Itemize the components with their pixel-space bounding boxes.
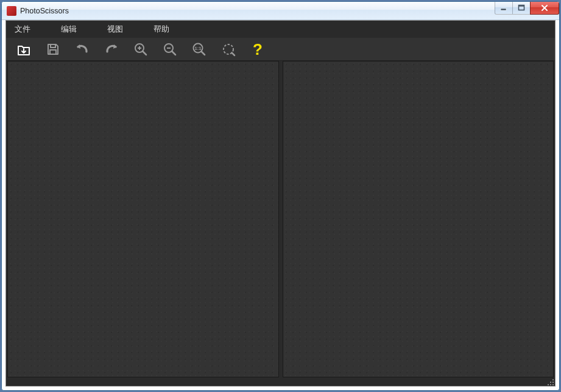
zoom-fit-button[interactable]: [221, 41, 236, 57]
zoom-out-button[interactable]: [162, 41, 178, 57]
window-controls: [495, 2, 559, 15]
redo-icon: [104, 42, 119, 57]
svg-rect-0: [501, 9, 506, 10]
zoom-actual-icon: 1:1: [192, 42, 206, 57]
window-frame: PhotoScissors 文件 编辑 视图 帮助: [1, 1, 560, 391]
save-icon: [46, 42, 60, 57]
app-body: 文件 编辑 视图 帮助: [5, 20, 556, 387]
maximize-button[interactable]: [512, 2, 531, 15]
open-button[interactable]: [16, 41, 32, 57]
zoom-actual-button[interactable]: 1:1: [191, 41, 207, 57]
menubar: 文件 编辑 视图 帮助: [6, 21, 555, 38]
svg-rect-4: [50, 50, 56, 54]
app-icon: [7, 6, 16, 16]
zoom-out-icon: [163, 42, 177, 57]
menu-file[interactable]: 文件: [15, 24, 30, 35]
svg-rect-3: [51, 44, 55, 47]
toolbar: 1:1 ?: [6, 38, 555, 61]
titlebar[interactable]: PhotoScissors: [2, 2, 559, 20]
svg-line-10: [172, 51, 175, 55]
close-button[interactable]: [530, 2, 559, 15]
redo-button[interactable]: [104, 41, 119, 57]
svg-text:1:1: 1:1: [195, 46, 202, 51]
help-button[interactable]: ?: [250, 41, 266, 57]
menu-help[interactable]: 帮助: [153, 24, 169, 35]
right-panel[interactable]: [283, 61, 554, 377]
zoom-in-button[interactable]: [133, 41, 149, 57]
svg-line-13: [202, 51, 205, 55]
help-icon: ?: [250, 41, 265, 57]
window-title: PhotoScissors: [20, 7, 69, 15]
svg-line-16: [232, 52, 235, 55]
svg-text:?: ?: [253, 40, 263, 58]
save-button[interactable]: [45, 41, 61, 57]
minimize-button[interactable]: [495, 2, 513, 15]
menu-view[interactable]: 视图: [107, 24, 123, 35]
undo-icon: [74, 42, 90, 57]
menu-edit[interactable]: 编辑: [61, 24, 77, 35]
resize-grip[interactable]: [546, 378, 554, 385]
statusbar: [6, 377, 555, 386]
svg-line-6: [143, 51, 146, 55]
zoom-in-icon: [133, 42, 148, 57]
left-panel[interactable]: [7, 61, 279, 377]
workspace: [6, 61, 555, 377]
undo-button[interactable]: [74, 41, 90, 57]
zoom-fit-icon: [221, 42, 236, 57]
open-icon: [16, 42, 31, 57]
